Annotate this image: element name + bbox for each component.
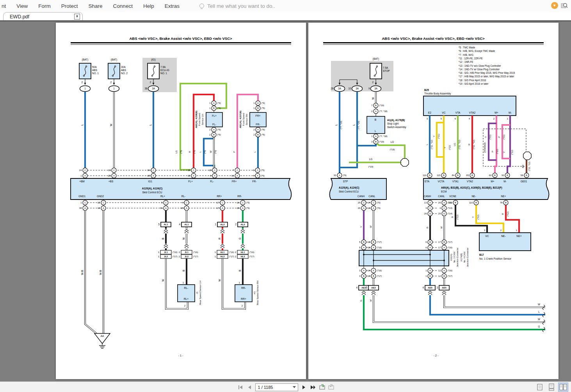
pin: B58	[521, 173, 529, 178]
page-dropdown-caret[interactable]	[293, 386, 296, 388]
chev	[240, 229, 245, 233]
svg-text:ECM: ECM	[441, 190, 446, 193]
oct	[523, 152, 531, 160]
svg-text:VC: VC	[485, 235, 489, 237]
single-page-view-button[interactable]	[535, 383, 544, 391]
wire	[476, 205, 503, 233]
svg-text:19: 19	[188, 169, 190, 171]
svg-text:C: C	[113, 169, 115, 171]
wire	[377, 144, 405, 159]
svg-text:A: A	[113, 175, 115, 177]
svg-text:2: 2	[371, 110, 373, 112]
text: L	[538, 310, 540, 313]
svg-text:(*6): (*6)	[217, 128, 221, 131]
svg-text:CANH: CANH	[358, 195, 365, 198]
document-canvas[interactable]: ABS <w/o VSC>, Brake Assist <w/o VSC>, E…	[0, 20, 571, 381]
svg-text:(*11): (*11)	[503, 135, 505, 139]
svg-text:(*5): (*5)	[261, 169, 265, 171]
two-page-view-button[interactable]	[559, 383, 568, 391]
text: H1	[253, 291, 256, 294]
menu-item-extras[interactable]: Extras	[165, 3, 180, 9]
previous-view-button[interactable]	[319, 384, 325, 390]
svg-text:HL1: HL1	[241, 251, 245, 253]
svg-text:AA: AA	[101, 335, 104, 337]
menu-item-form[interactable]: Form	[38, 3, 51, 9]
wire	[357, 144, 376, 146]
text: V	[503, 151, 505, 153]
text: E2	[428, 111, 432, 114]
svg-text:2: 2	[253, 128, 255, 131]
menu-item-protect[interactable]: Protect	[61, 3, 78, 9]
pin: B78	[500, 200, 508, 205]
svg-text:(*16): (*16)	[173, 251, 178, 253]
svg-text:No. 1 CAN: No. 1 CAN	[453, 252, 455, 263]
svg-text:2: 2	[149, 81, 151, 84]
box	[323, 42, 544, 43]
svg-text:Skid Control ECU: Skid Control ECU	[142, 191, 162, 194]
menu-item-view[interactable]: View	[16, 3, 28, 9]
svg-text:B: B	[526, 174, 527, 176]
svg-text:1: 1	[253, 107, 255, 109]
svg-text:W: W	[538, 303, 540, 306]
svg-text:BR: BR	[522, 164, 524, 168]
text: Y	[472, 216, 474, 218]
next-view-button[interactable]	[328, 384, 334, 390]
svg-text:A60(A), B31(B), A101(C), A169(: A60(A), B31(B), A101(C), A169(D), B138(E…	[441, 186, 502, 189]
continuous-view-button[interactable]	[547, 383, 556, 391]
fuse-abs-no2	[108, 63, 120, 79]
svg-text:A: A	[222, 207, 223, 209]
text: 1	[239, 282, 240, 284]
text: FR+	[232, 180, 237, 183]
sbox: AL15	[158, 222, 171, 227]
text: G	[538, 325, 540, 328]
svg-text:AE5: AE5	[442, 287, 446, 289]
svg-text:3: 3	[427, 118, 428, 120]
text: RR+	[241, 298, 246, 300]
text: 1	[507, 118, 509, 120]
search-document-icon[interactable]	[561, 2, 568, 9]
pin: A1	[80, 173, 87, 178]
wire	[437, 123, 444, 157]
text: FL-	[212, 123, 216, 126]
sbox: AL21	[215, 222, 228, 227]
next-page-button[interactable]	[301, 384, 307, 390]
svg-text:(*11, *12): (*11, *12)	[430, 140, 433, 149]
chev	[361, 290, 366, 295]
menu-item-share[interactable]: Share	[89, 3, 103, 9]
text: Front Speed	[198, 113, 201, 126]
menu-item-connect[interactable]: Connect	[113, 3, 133, 9]
svg-text:C: C	[242, 201, 244, 204]
last-page-button[interactable]	[310, 384, 316, 390]
svg-text:RL-: RL-	[184, 287, 189, 289]
pin: A18	[181, 206, 189, 210]
cbox: HL22(*17)	[235, 255, 254, 258]
pin: A2(*6)	[209, 127, 221, 132]
svg-text:W: W	[440, 226, 443, 229]
previous-page-button[interactable]	[246, 384, 253, 390]
pin: C19	[188, 168, 196, 173]
menu-item-comment-partial[interactable]: nt	[2, 3, 6, 9]
chev	[184, 229, 189, 233]
svg-text:HL1: HL1	[221, 251, 224, 253]
svg-text:Sensor LH: Sensor LH	[201, 114, 204, 125]
text: 2	[242, 305, 243, 307]
svg-text:4: 4	[469, 118, 470, 120]
svg-text:14: 14	[368, 275, 370, 277]
svg-text:18: 18	[209, 169, 212, 171]
tab-close-button[interactable]: x	[74, 14, 80, 20]
svg-text:(*5): (*5)	[377, 201, 381, 204]
svg-text:25: 25	[358, 201, 361, 204]
favorite-heart-icon[interactable]: ♥	[551, 2, 558, 9]
menu-item-help[interactable]: Help	[143, 3, 154, 9]
svg-text:B: B	[455, 201, 456, 204]
page-number-input[interactable]	[256, 385, 291, 390]
svg-text:17: 17	[217, 201, 219, 204]
svg-text:A: A	[103, 207, 104, 209]
assistant-search-box[interactable]: Tell me what you want to do..	[199, 3, 275, 9]
svg-text:*16 : S/D, H/B Prior May 2015,: *16 : S/D, H/B Prior May 2015, W/G Prior…	[459, 71, 515, 75]
text: GND2	[97, 195, 104, 198]
dot	[373, 260, 374, 261]
first-page-button[interactable]	[237, 384, 244, 390]
svg-text:2: 2	[253, 134, 255, 136]
tab-ewd-pdf[interactable]: EWD.pdf x	[3, 12, 83, 21]
